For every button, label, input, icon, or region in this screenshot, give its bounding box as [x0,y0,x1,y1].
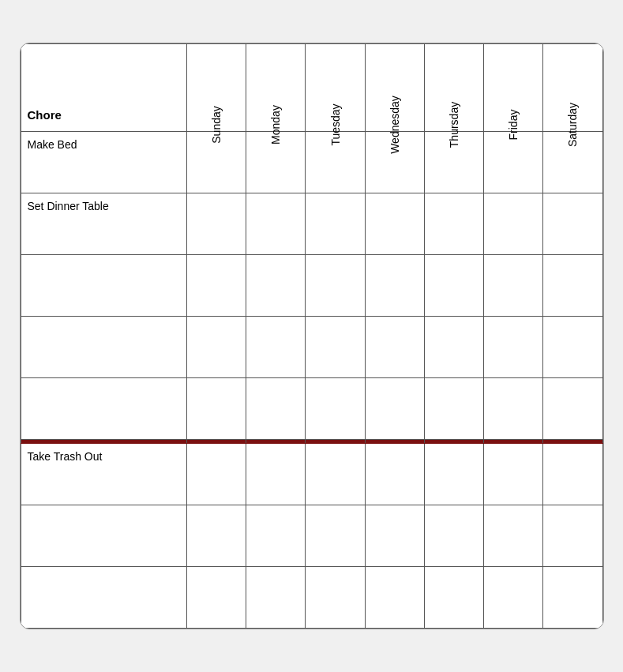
chore-cell [21,567,187,629]
chore-cell: Take Trash Out [21,444,187,505]
day-cell [543,193,602,255]
chore-cell [21,317,187,378]
day-cell [543,444,602,505]
day-cell [306,317,365,378]
chore-cell [21,255,187,317]
day-cell [484,567,543,629]
day-cell [187,378,246,440]
day-cell [543,567,602,629]
day-cell [246,255,306,317]
day-cell [187,193,246,255]
day-cell [424,505,483,567]
day-cell [484,444,543,505]
day-cell [365,444,424,505]
day-cell [365,567,424,629]
day-cell [424,567,483,629]
day-cell [424,255,483,317]
chore-column-header: Chore [21,44,187,132]
table-row: Make Bed [21,132,602,193]
day-cell [187,505,246,567]
day-cell [365,193,424,255]
day-cell [246,317,306,378]
day-cell [187,444,246,505]
thursday-header: Thursday [424,44,483,132]
table-row [21,317,602,378]
sunday-label: Sunday [210,106,223,143]
friday-header: Friday [484,44,543,132]
day-cell [187,567,246,629]
monday-header: Monday [246,44,306,132]
thursday-label: Thursday [448,102,460,148]
day-cell [365,378,424,440]
chore-cell [21,378,187,440]
friday-label: Friday [507,110,520,141]
chore-cell: Set Dinner Table [21,193,187,255]
chore-cell [21,505,187,567]
day-cell [484,505,543,567]
day-cell [246,567,306,629]
day-cell [543,317,602,378]
day-cell [246,444,306,505]
day-cell [365,505,424,567]
sunday-header: Sunday [187,44,246,132]
chore-chart: Chore Sunday Monday Tuesday [20,43,604,629]
day-cell [306,193,365,255]
saturday-header: Saturday [543,44,602,132]
day-cell [543,378,602,440]
day-cell [306,255,365,317]
table-row [21,567,602,629]
day-cell [246,505,306,567]
table-row: Take Trash Out [21,444,602,505]
wednesday-label: Wednesday [388,96,401,154]
day-cell [246,378,306,440]
day-cell [306,505,365,567]
chore-label: Chore [28,108,62,122]
header-row: Chore Sunday Monday Tuesday [21,44,602,132]
day-cell [543,505,602,567]
day-cell [424,378,483,440]
wednesday-header: Wednesday [365,44,424,132]
day-cell [484,255,543,317]
day-cell [187,255,246,317]
tuesday-header: Tuesday [306,44,365,132]
chore-cell: Make Bed [21,132,187,193]
day-cell [484,132,543,193]
saturday-label: Saturday [566,103,579,147]
day-cell [306,378,365,440]
day-cell [365,317,424,378]
tuesday-label: Tuesday [329,103,342,145]
day-cell [246,193,306,255]
day-cell [484,317,543,378]
table-row [21,255,602,317]
day-cell [424,193,483,255]
day-cell [484,193,543,255]
day-cell [424,317,483,378]
table-row: Set Dinner Table [21,193,602,255]
day-cell [484,378,543,440]
day-cell [543,255,602,317]
day-cell [187,317,246,378]
day-cell [365,255,424,317]
table-row [21,505,602,567]
monday-label: Monday [269,105,282,145]
day-cell [306,444,365,505]
day-cell [424,444,483,505]
table-row [21,378,602,440]
day-cell [306,567,365,629]
